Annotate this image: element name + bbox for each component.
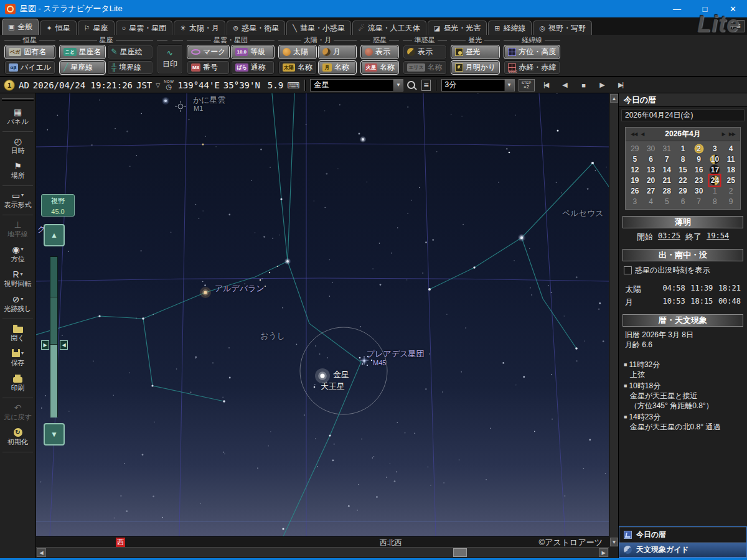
chevron-down-icon[interactable]: ▼ <box>393 80 403 91</box>
toolbar-button-星座名[interactable]: こと星座名 <box>59 45 105 59</box>
sidebar-item-保存[interactable]: ▾保存 <box>0 346 35 371</box>
calendar-next-month-button[interactable]: ▶ <box>720 131 727 137</box>
minimize-button[interactable]: — <box>663 0 691 17</box>
twilight-end-time[interactable]: 19:54 <box>707 231 729 243</box>
toolbar-button-赤経・赤緯[interactable]: 2000赤経・赤緯 <box>504 60 560 75</box>
horizontal-scrollbar[interactable]: ◀ ▶ <box>36 547 609 557</box>
tab-星座[interactable]: ⚐星座 <box>78 21 115 35</box>
step-multiplier-button[interactable]: STEP×2 <box>519 79 535 91</box>
calendar-day-3[interactable]: 3 <box>707 143 723 154</box>
calendar-day-12[interactable]: 12 <box>627 164 643 175</box>
skip-forward-button[interactable]: ▶| <box>613 79 628 91</box>
sidebar-item-方位[interactable]: ◉▾方位 <box>0 242 35 267</box>
toolbar-button-固有名[interactable]: ベガ固有名 <box>4 45 55 59</box>
calendar-day-26[interactable]: 26 <box>627 185 643 196</box>
tab-太陽・月[interactable]: ☀太陽・月 <box>174 21 225 35</box>
toolbar-button-星座線[interactable]: ╱星座線 <box>59 60 105 75</box>
datetime-value[interactable]: 2026/04/24 19:21:26 <box>33 80 133 90</box>
planet-rise-set-option[interactable]: 惑星の出没時刻を表示 <box>619 261 747 277</box>
toolbar-button-番号[interactable]: M8番号 <box>187 60 230 75</box>
timezone-label[interactable]: JST <box>136 80 152 90</box>
panel-tab-今日の暦[interactable]: 今日の暦 <box>619 527 746 542</box>
toolbar-button-名称[interactable]: エリス名称 <box>403 60 447 75</box>
latitude-value[interactable]: 35°39'N <box>223 80 260 90</box>
tab-昼光・光害[interactable]: ◪昼光・光害 <box>428 21 487 35</box>
calendar-day-29[interactable]: 29 <box>627 143 643 154</box>
zoom-in-button[interactable]: ▲ <box>44 224 65 246</box>
zoom-slider[interactable]: ▶◀ <box>50 256 58 417</box>
tab-全般[interactable]: ▣全般 <box>2 19 39 35</box>
toolbar-button-バイエル[interactable]: αβバイエル <box>4 60 55 75</box>
calendar-day-20[interactable]: 20 <box>643 175 659 185</box>
calendar-day-5[interactable]: 5 <box>627 154 643 164</box>
toolbar-button-マーク[interactable]: マーク <box>187 45 230 59</box>
sidebar-item-日時[interactable]: ◴日時 <box>0 134 35 159</box>
calendar-day-8[interactable]: 8 <box>675 154 691 164</box>
sidebar-item-印刷[interactable]: 印刷 <box>0 371 35 396</box>
calendar-day-6[interactable]: 6 <box>643 154 659 164</box>
toolbar-button-太陽[interactable]: 太陽 <box>278 45 317 59</box>
calendar-day-22[interactable]: 22 <box>675 175 691 185</box>
longitude-value[interactable]: 139°44'E <box>177 80 219 90</box>
toolbar-button-表示[interactable]: 表示 <box>360 45 399 59</box>
calendar-day-28[interactable]: 28 <box>659 185 675 196</box>
scroll-left-icon[interactable]: ◀ <box>37 548 46 557</box>
search-icon[interactable] <box>407 81 415 89</box>
toolbar-button-等級[interactable]: 10.0等級 <box>231 45 275 59</box>
toolbar-button-昼光[interactable]: 昼光 <box>451 45 500 59</box>
sidebar-item-初期化[interactable]: ↻初期化 <box>0 425 35 450</box>
time-step-select[interactable]: 3分 ▼ <box>441 79 515 91</box>
toolbar-button-名称[interactable]: 火星名称 <box>360 60 399 75</box>
scroll-down-icon[interactable]: ▼ <box>610 538 618 546</box>
toolbar-button-月[interactable]: 月 <box>318 45 357 59</box>
scroll-up-icon[interactable]: ▲ <box>610 94 618 103</box>
tab-視野・写野[interactable]: ◎視野・写野 <box>533 21 592 35</box>
checkbox[interactable] <box>624 266 632 274</box>
calendar-day-7[interactable]: 7 <box>691 196 707 207</box>
tab-経緯線[interactable]: ⊞経緯線 <box>488 21 532 35</box>
play-backward-button[interactable]: ◀ <box>557 79 572 91</box>
panel-tab-天文現象ガイド[interactable]: 天文現象ガイド <box>619 542 746 557</box>
calendar-day-1[interactable]: 1 <box>707 185 723 196</box>
calendar-day-11[interactable]: 11 <box>723 154 739 164</box>
now-clock-icon[interactable]: NOW◷ <box>164 80 174 90</box>
skip-back-button[interactable]: |◀ <box>538 79 553 91</box>
tab-彗星・小惑星[interactable]: ╲彗星・小惑星 <box>286 21 351 35</box>
tab-星雲・星団[interactable]: ○星雲・星団 <box>116 21 173 35</box>
scrollbar-thumb[interactable] <box>453 548 467 557</box>
calendar-day-29[interactable]: 29 <box>675 185 691 196</box>
sidebar-item-パネル[interactable]: ▦パネル <box>0 105 35 129</box>
vertical-scrollbar[interactable]: ▲ ▼ <box>609 93 618 547</box>
target-select[interactable]: 金星 ▼ <box>310 79 403 91</box>
toolbar-button-表示[interactable]: 表示 <box>403 45 447 59</box>
calendar-day-10[interactable]: 10 <box>707 154 723 164</box>
toolbar-button-名称[interactable]: 月名称 <box>318 60 357 75</box>
calendar-day-23[interactable]: 23 <box>691 175 707 185</box>
calendar-day-14[interactable]: 14 <box>659 164 675 175</box>
calendar-day-24[interactable]: 24 <box>707 175 723 185</box>
toolbar-button-星座絵[interactable]: ✎星座絵 <box>107 45 153 59</box>
tab-惑星・衛星[interactable]: ⊚惑星・衛星 <box>227 21 285 35</box>
calendar-day-4[interactable]: 4 <box>643 196 659 207</box>
slider-handle[interactable]: ▶◀ <box>41 340 68 350</box>
calendar-day-6[interactable]: 6 <box>675 196 691 207</box>
star-map[interactable]: かに星雲M1アルデバランおうしプレアデス星団M45金星天王星ペルセウスクス 視野… <box>36 93 609 536</box>
calendar-day-1[interactable]: 1 <box>675 143 691 154</box>
stop-button[interactable]: ■ <box>576 79 591 91</box>
calendar-day-9[interactable]: 9 <box>723 196 739 207</box>
sidebar-item-視野回転[interactable]: R▾視野回転 <box>0 267 35 292</box>
object-list-icon[interactable]: ≡ <box>421 80 430 91</box>
toolbar-button-通称[interactable]: ばら通称 <box>231 60 275 75</box>
tab-恒星[interactable]: ✦恒星 <box>40 21 76 35</box>
calendar-day-4[interactable]: 4 <box>723 143 739 154</box>
calendar-day-7[interactable]: 7 <box>659 154 675 164</box>
calendar-day-18[interactable]: 18 <box>723 164 739 175</box>
calendar-day-16[interactable]: 16 <box>691 164 707 175</box>
sidebar-item-表示形式[interactable]: ▭▾表示形式 <box>0 188 35 213</box>
twilight-start-time[interactable]: 03:25 <box>658 231 680 243</box>
toolbar-button-名称[interactable]: 太陽名称 <box>278 60 317 75</box>
calendar-day-15[interactable]: 15 <box>675 164 691 175</box>
keyboard-icon[interactable]: ⌨ <box>287 80 299 90</box>
calendar-day-30[interactable]: 30 <box>691 185 707 196</box>
calendar-day-8[interactable]: 8 <box>707 196 723 207</box>
